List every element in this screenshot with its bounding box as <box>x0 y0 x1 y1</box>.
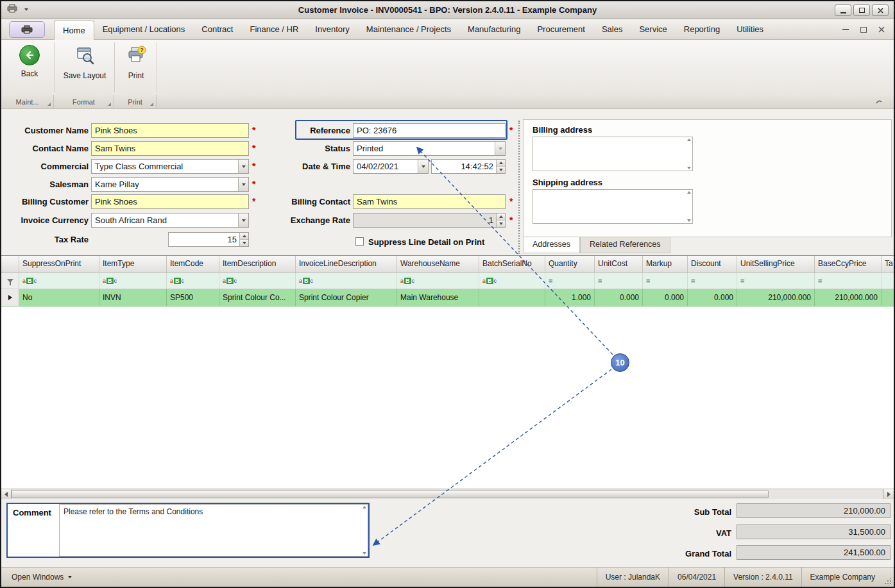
tab-maintenance-projects[interactable]: Maintenance / Projects <box>358 19 459 40</box>
close-button[interactable] <box>872 4 889 16</box>
tab-procurement[interactable]: Procurement <box>529 19 593 40</box>
filter-cell[interactable]: aBc <box>219 273 296 289</box>
filter-cell[interactable]: aBc <box>99 273 167 289</box>
equals-filter-icon[interactable]: = <box>598 277 602 285</box>
tab-utilities[interactable]: Utilities <box>728 19 772 40</box>
billing-contact-input[interactable]: Sam Twins <box>353 194 506 209</box>
commercial-dropdown[interactable]: Type Class Commercial <box>91 159 249 174</box>
status-dropdown[interactable]: Printed <box>353 141 506 156</box>
billing-address-input[interactable] <box>533 137 693 171</box>
cell-unitcost[interactable]: 0.000 <box>595 289 643 306</box>
column-header[interactable]: Discount <box>688 256 737 272</box>
scroll-down-icon[interactable] <box>362 552 366 555</box>
filter-cell[interactable]: aBc <box>397 273 479 289</box>
column-header[interactable]: InvoiceLineDescription <box>296 256 397 272</box>
scroll-up-icon[interactable] <box>687 191 691 194</box>
mdi-minimize-icon[interactable] <box>842 29 849 30</box>
filter-cell[interactable]: = <box>688 273 737 289</box>
cell-batchserialno[interactable] <box>479 289 545 306</box>
tab-inventory[interactable]: Inventory <box>307 19 357 40</box>
equals-filter-icon[interactable]: = <box>740 277 744 285</box>
tab-manufacturing[interactable]: Manufacturing <box>459 19 529 40</box>
column-header[interactable]: ItemDescription <box>219 256 296 272</box>
cell-discount[interactable]: 0.000 <box>688 289 737 306</box>
equals-filter-icon[interactable]: = <box>646 277 650 285</box>
form-splitter[interactable] <box>518 121 520 254</box>
filter-cell[interactable]: aBc <box>19 273 99 289</box>
tab-service[interactable]: Service <box>631 19 675 40</box>
date-input[interactable]: 04/02/2021 <box>353 159 429 174</box>
save-layout-button[interactable]: Save Layout <box>60 45 109 80</box>
filter-cell[interactable]: aBc <box>167 273 219 289</box>
tab-reporting[interactable]: Reporting <box>676 19 728 40</box>
spinner-buttons[interactable] <box>496 214 505 227</box>
scroll-up-icon[interactable] <box>362 506 366 508</box>
shipping-address-input[interactable] <box>533 189 693 224</box>
group-maint-launcher-icon[interactable] <box>47 103 51 106</box>
text-filter-icon[interactable]: aBc <box>223 278 237 284</box>
column-header[interactable]: ItemCode <box>167 256 219 272</box>
scroll-left-icon[interactable] <box>1 489 12 499</box>
column-header[interactable]: UnitCost <box>595 256 643 272</box>
filter-cell[interactable]: aBc <box>296 273 397 289</box>
print-button[interactable]: ? Print <box>119 45 153 80</box>
cell-markup[interactable]: 0.000 <box>643 289 688 306</box>
filter-cell[interactable]: = <box>815 273 882 289</box>
tab-equipment-locations[interactable]: Equipment / Locations <box>94 19 194 40</box>
column-header[interactable]: Quantity <box>545 256 595 272</box>
text-filter-icon[interactable]: aBc <box>22 278 37 284</box>
mdi-close-icon[interactable] <box>878 26 885 33</box>
text-filter-icon[interactable]: aBc <box>482 278 497 284</box>
tax-rate-input[interactable]: 15 <box>168 232 249 247</box>
application-button[interactable] <box>9 21 45 38</box>
suppress-line-detail-checkbox[interactable] <box>355 237 364 246</box>
chevron-down-icon[interactable] <box>238 160 248 173</box>
salesman-dropdown[interactable]: Kame Pillay <box>91 177 249 192</box>
filter-cell[interactable]: aBc <box>479 273 545 289</box>
column-header[interactable]: BatchSerialNo <box>479 256 545 272</box>
collapse-ribbon-icon[interactable] <box>874 98 883 106</box>
cell-tax[interactable] <box>882 289 894 306</box>
table-row[interactable]: No INVN SP500 Sprint Colour Co... Sprint… <box>1 289 894 307</box>
cell-warehousename[interactable]: Main Warehouse <box>397 289 479 306</box>
scrollbar-thumb[interactable] <box>12 490 769 498</box>
column-header[interactable]: UnitSellingPrice <box>737 256 815 272</box>
exchange-rate-input[interactable]: 1 <box>353 213 506 228</box>
scroll-down-icon[interactable] <box>687 219 691 222</box>
tab-finance-hr[interactable]: Finance / HR <box>241 19 307 40</box>
equals-filter-icon[interactable]: = <box>691 277 695 285</box>
scroll-right-icon[interactable] <box>883 489 894 499</box>
chevron-down-icon[interactable] <box>238 178 248 191</box>
time-input[interactable]: 14:42:52 <box>431 159 506 174</box>
column-header[interactable]: SuppressOnPrint <box>19 256 99 272</box>
minimize-button[interactable] <box>835 4 851 16</box>
maximize-button[interactable] <box>853 4 870 16</box>
mdi-restore-icon[interactable] <box>860 27 867 33</box>
spinner-buttons[interactable] <box>239 233 248 246</box>
cell-baseccyprice[interactable]: 210,000.000 <box>815 289 882 306</box>
cell-unitsellingprice[interactable]: 210,000.000 <box>737 289 815 306</box>
filter-cell[interactable]: = <box>595 273 643 289</box>
contact-name-input[interactable]: Sam Twins <box>91 141 249 156</box>
scroll-up-icon[interactable] <box>687 139 691 141</box>
group-format-launcher-icon[interactable] <box>108 103 111 106</box>
open-windows-button[interactable]: Open Windows <box>8 571 76 584</box>
cell-invoicelinedescription[interactable]: Sprint Colour Copier <box>296 289 397 306</box>
tab-addresses[interactable]: Addresses <box>523 237 580 253</box>
equals-filter-icon[interactable]: = <box>818 277 822 285</box>
cell-suppressonprint[interactable]: No <box>19 289 99 306</box>
comment-input[interactable]: Please refer to the Terms and Conditions <box>59 504 368 557</box>
column-header[interactable]: BaseCcyPrice <box>815 256 882 272</box>
cell-itemcode[interactable]: SP500 <box>167 289 219 306</box>
reference-input[interactable]: PO: 23676 <box>353 123 506 138</box>
text-filter-icon[interactable]: aBc <box>299 278 313 284</box>
chevron-down-icon[interactable] <box>495 142 505 155</box>
filter-cell[interactable]: = <box>643 273 688 289</box>
text-filter-icon[interactable]: aBc <box>103 278 117 284</box>
tab-contract[interactable]: Contract <box>193 19 241 40</box>
column-header[interactable]: Markup <box>643 256 688 272</box>
tab-related-references[interactable]: Related References <box>580 237 670 253</box>
tab-home[interactable]: Home <box>54 21 94 40</box>
filter-cell[interactable]: = <box>545 273 595 289</box>
back-button[interactable]: Back <box>12 45 47 78</box>
